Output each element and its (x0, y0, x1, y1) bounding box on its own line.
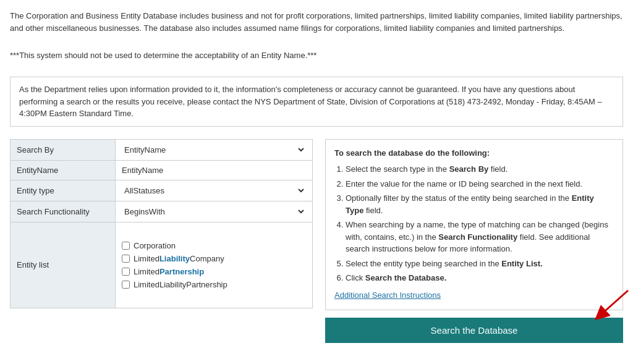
notice-text: As the Department relies upon informatio… (19, 85, 602, 118)
search-func-value[interactable]: BeginsWith Contains ExactMatch (116, 201, 312, 222)
info-box-title: To search the database do the following: (334, 147, 614, 160)
info-step-3: Optionally filter by the status of the e… (346, 192, 614, 216)
search-btn-area: Search the Database (325, 318, 623, 343)
search-by-label: Search By (11, 140, 116, 160)
search-func-row: Search Functionality BeginsWith Contains… (10, 201, 313, 222)
info-step-6-bold: Search the Database. (365, 273, 447, 282)
info-box: To search the database do the following:… (325, 139, 623, 310)
info-step-4-bold: Search Functionality (438, 232, 517, 242)
checkbox-corporation[interactable]: Corporation (122, 241, 306, 250)
llc-label[interactable]: LimitedLiabilityCompany (134, 254, 224, 263)
entity-name-input[interactable] (122, 166, 306, 175)
notice-box: As the Department relies upon informatio… (10, 77, 623, 127)
form-left: Search By EntityName EntityID EntityName… (10, 139, 313, 308)
info-step-5: Select the entity type being searched in… (346, 258, 614, 270)
entity-type-value[interactable]: AllStatuses Active Inactive (116, 180, 312, 201)
llp-checkbox[interactable] (122, 281, 130, 289)
search-by-row: Search By EntityName EntityID (10, 139, 313, 161)
checkbox-llp[interactable]: LimitedLiabilityPartnership (122, 280, 306, 289)
llc-checkbox[interactable] (122, 255, 130, 263)
checkbox-llc[interactable]: LimitedLiabilityCompany (122, 254, 306, 263)
corporation-label[interactable]: Corporation (134, 241, 176, 250)
intro-paragraph1: The Corporation and Business Entity Data… (10, 10, 623, 34)
info-step-1-bold: Search By (449, 164, 489, 174)
search-func-label: Search Functionality (11, 201, 116, 222)
info-step-1: Select the search type in the Search By … (346, 163, 614, 176)
lp-label[interactable]: LimitedPartnership (134, 267, 204, 276)
entity-type-row: Entity type AllStatuses Active Inactive (10, 180, 313, 201)
right-side: To search the database do the following:… (325, 139, 623, 343)
llp-label[interactable]: LimitedLiabilityPartnership (134, 280, 227, 289)
entity-list-row: Entity list Corporation LimitedLiability… (10, 222, 313, 308)
search-database-button[interactable]: Search the Database (325, 318, 623, 343)
search-func-select[interactable]: BeginsWith Contains ExactMatch (122, 206, 306, 217)
info-step-3-bold: EntityType (346, 193, 594, 215)
entity-name-value[interactable] (116, 161, 312, 180)
entity-list-label: Entity list (11, 222, 116, 308)
info-step-6: Click Search the Database. (346, 272, 614, 284)
form-area: Search By EntityName EntityID EntityName… (10, 139, 623, 343)
info-step-4: When searching by a name, the type of ma… (346, 219, 614, 255)
entity-list-checkboxes: Corporation LimitedLiabilityCompany Limi… (116, 222, 312, 308)
corporation-checkbox[interactable] (122, 242, 130, 250)
entity-type-select[interactable]: AllStatuses Active Inactive (122, 185, 306, 196)
search-by-value[interactable]: EntityName EntityID (116, 140, 312, 160)
entity-name-row: EntityName (10, 160, 313, 180)
lp-checkbox[interactable] (122, 268, 130, 276)
checkbox-lp[interactable]: LimitedPartnership (122, 267, 306, 276)
search-by-select[interactable]: EntityName EntityID (122, 145, 306, 155)
info-box-steps: Select the search type in the Search By … (334, 163, 614, 284)
info-step-5-bold: Entity List. (501, 259, 542, 268)
entity-type-label: Entity type (11, 180, 116, 201)
additional-search-link[interactable]: Additional Search Instructions (334, 289, 614, 302)
info-step-2: Enter the value for the name or ID being… (346, 178, 614, 190)
entity-name-label: EntityName (11, 161, 116, 180)
warning-text: ***This system should not be used to det… (10, 51, 623, 60)
